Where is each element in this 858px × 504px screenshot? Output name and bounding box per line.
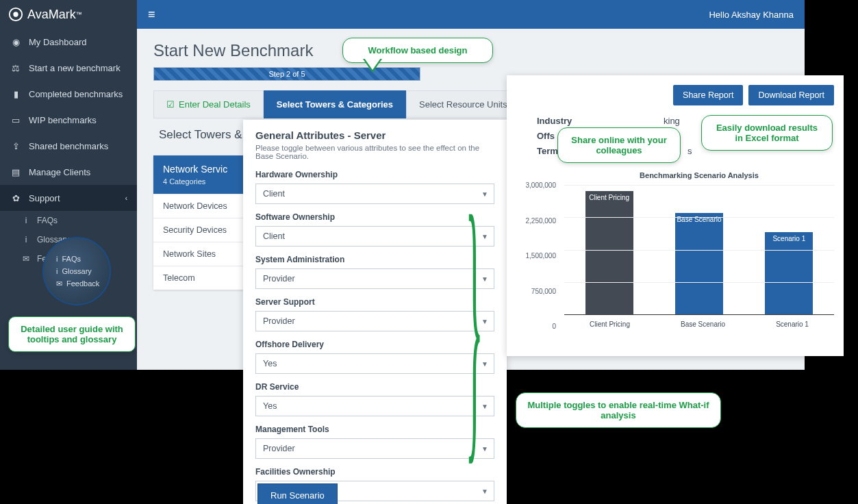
nav-completed[interactable]: ▮Completed benchmarks — [0, 81, 137, 107]
folder-icon: ▮ — [10, 89, 22, 99]
chevron-left-icon: ‹ — [125, 194, 127, 202]
info-icon: i — [21, 235, 31, 244]
nav-shared[interactable]: ⇪Shared benchmarks — [0, 133, 137, 159]
sub-faqs[interactable]: iFAQs — [0, 211, 137, 230]
nav-support[interactable]: ✿Support‹ — [0, 185, 137, 211]
nav-dashboard[interactable]: ◉My Dashboard — [0, 29, 137, 55]
nav-clients[interactable]: ▤Manage Clients — [0, 159, 137, 185]
bar-2: Scenario 1 — [765, 232, 813, 314]
share-icon: ⇪ — [10, 141, 22, 151]
callout-toggles: Multiple toggles to enable real-time Wha… — [516, 392, 721, 428]
greeting: Hello Akshay Khanna — [709, 10, 794, 20]
support-lens: iFAQs iGlossary ✉Feedback — [42, 237, 111, 305]
panel-title: General Attributes - Server — [255, 129, 494, 141]
menu-toggle[interactable]: ≡ — [148, 8, 155, 22]
info-icon: i — [21, 216, 31, 225]
mail-icon: ✉ — [56, 279, 62, 288]
callout-share: Share online with your colleagues — [557, 127, 681, 163]
attributes-panel: General Attributes - Server Please toggl… — [243, 120, 507, 504]
field-label: DR Service — [255, 382, 494, 392]
gear-icon: ✿ — [10, 193, 22, 203]
field-select-4[interactable]: Yes — [255, 353, 494, 374]
field-label: Offshore Delivery — [255, 340, 494, 349]
wizard-tab-towers[interactable]: Select Towers & Categories — [264, 90, 406, 118]
field-select-6[interactable]: Provider — [255, 438, 494, 459]
bar-0: Client Pricing — [585, 191, 633, 314]
nav-new-benchmark[interactable]: ⚖Start a new benchmark — [0, 55, 137, 81]
field-select-3[interactable]: Provider — [255, 311, 494, 331]
download-report-button[interactable]: Download Report — [748, 85, 834, 105]
logo: AvaMark™ — [0, 0, 137, 29]
bar-1: Base Scenario — [675, 213, 723, 314]
field-label: Hardware Ownership — [255, 170, 494, 179]
check-icon: ☑ — [166, 99, 175, 110]
field-select-2[interactable]: Provider — [255, 268, 494, 289]
dashboard-icon: ◉ — [10, 37, 22, 47]
scenario-chart: Benchmarking Scenario Analysis 0750,0001… — [516, 171, 834, 349]
info-icon: i — [56, 255, 58, 263]
panel-hint: Please toggle between various attributes… — [255, 144, 494, 160]
nav-wip[interactable]: ▭WIP benchmarks — [0, 107, 137, 133]
callout-tail — [363, 59, 382, 73]
share-report-button[interactable]: Share Report — [673, 85, 743, 105]
field-select-1[interactable]: Client — [255, 226, 494, 247]
logo-icon — [8, 7, 23, 22]
field-label: Software Ownership — [255, 212, 494, 222]
field-label: System Administration — [255, 255, 494, 264]
field-select-0[interactable]: Client — [255, 184, 494, 204]
callout-guide: Detailed user guide with tooltips and gl… — [8, 316, 136, 352]
wizard-tab-resource-units[interactable]: Select Resource Units — [406, 90, 520, 118]
info-icon: i — [56, 267, 58, 275]
field-label: Server Support — [255, 297, 494, 307]
folder-open-icon: ▭ — [10, 115, 22, 125]
wizard-tab-deal-details[interactable]: ☑Enter Deal Details — [153, 90, 264, 118]
field-label: Facilities Ownership — [255, 467, 494, 477]
run-scenario-button[interactable]: Run Scenario — [257, 483, 338, 504]
svg-point-1 — [13, 12, 18, 16]
scale-icon: ⚖ — [10, 63, 22, 73]
callout-download: Easily download results in Excel format — [701, 115, 833, 151]
field-select-5[interactable]: Yes — [255, 396, 494, 416]
field-label: Management Tools — [255, 425, 494, 434]
mail-icon: ✉ — [21, 254, 31, 264]
briefcase-icon: ▤ — [10, 167, 22, 177]
